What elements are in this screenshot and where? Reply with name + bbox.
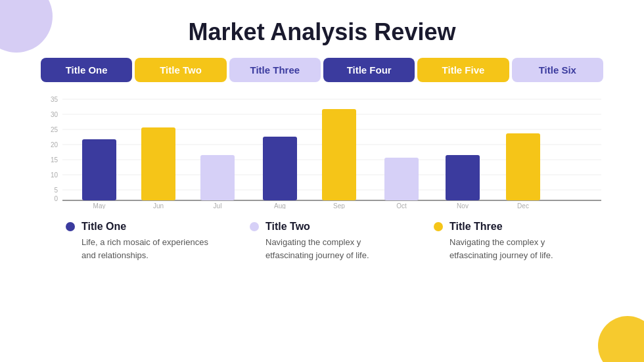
tabs-row: Title One Title Two Title Three Title Fo…: [39, 58, 605, 82]
svg-text:May: May: [93, 202, 106, 209]
tab-title-three[interactable]: Title Three: [229, 58, 321, 82]
legend-dot-three: [434, 222, 443, 231]
page-title: Market Analysis Review: [0, 0, 644, 46]
svg-text:Sep: Sep: [333, 202, 345, 209]
chart-svg: 35 30 25 20 15 10 5 0 May Jun Jul Aug Se…: [39, 94, 605, 209]
svg-text:10: 10: [51, 171, 58, 179]
tab-title-two[interactable]: Title Two: [135, 58, 226, 82]
legend-item-two: Title Two Navigating the complex y etfas…: [250, 221, 394, 261]
legend-desc-three: Navigating the complex y etfascinating j…: [434, 236, 578, 261]
svg-text:Jul: Jul: [214, 202, 222, 209]
legend-item-one: Title One Life, a rich mosaic of experie…: [66, 221, 210, 261]
svg-rect-30: [506, 133, 540, 200]
legend-dot-one: [66, 222, 75, 231]
svg-text:Dec: Dec: [517, 202, 529, 209]
legend-title-one: Title One: [81, 221, 126, 233]
svg-rect-18: [141, 127, 175, 200]
svg-text:25: 25: [51, 126, 58, 133]
legend-title-row-two: Title Two: [250, 221, 394, 233]
svg-rect-28: [446, 155, 480, 200]
legend-title-two: Title Two: [265, 221, 310, 233]
legend-title-row-three: Title Three: [434, 221, 578, 233]
svg-text:20: 20: [51, 141, 58, 148]
svg-rect-22: [263, 137, 297, 200]
deco-circle-bottom-right: [598, 316, 644, 362]
svg-rect-20: [200, 155, 235, 200]
legend-desc-two: Navigating the complex y etfascinating j…: [250, 236, 394, 261]
svg-text:Nov: Nov: [457, 202, 469, 209]
svg-text:Oct: Oct: [396, 202, 407, 209]
svg-text:Aug: Aug: [274, 202, 286, 209]
legend-dot-two: [250, 222, 259, 231]
legend-title-three: Title Three: [449, 221, 503, 233]
svg-text:0: 0: [54, 195, 58, 202]
legend-desc-one: Life, a rich mosaic of experiences and r…: [66, 236, 210, 261]
svg-rect-26: [384, 158, 419, 200]
tab-title-six[interactable]: Title Six: [512, 58, 603, 82]
svg-text:35: 35: [51, 96, 58, 103]
svg-text:15: 15: [51, 156, 58, 164]
tab-title-one[interactable]: Title One: [41, 58, 132, 82]
bar-chart: 35 30 25 20 15 10 5 0 May Jun Jul Aug Se…: [39, 94, 605, 209]
svg-rect-16: [82, 139, 116, 200]
tab-title-four[interactable]: Title Four: [323, 58, 415, 82]
legend-item-three: Title Three Navigating the complex y etf…: [434, 221, 578, 261]
svg-rect-24: [322, 109, 356, 200]
legend-title-row-one: Title One: [66, 221, 210, 233]
svg-text:5: 5: [54, 187, 58, 194]
svg-text:Jun: Jun: [153, 202, 164, 209]
tab-title-five[interactable]: Title Five: [417, 58, 509, 82]
legend-row: Title One Life, a rich mosaic of experie…: [39, 221, 605, 261]
svg-text:30: 30: [51, 111, 58, 118]
